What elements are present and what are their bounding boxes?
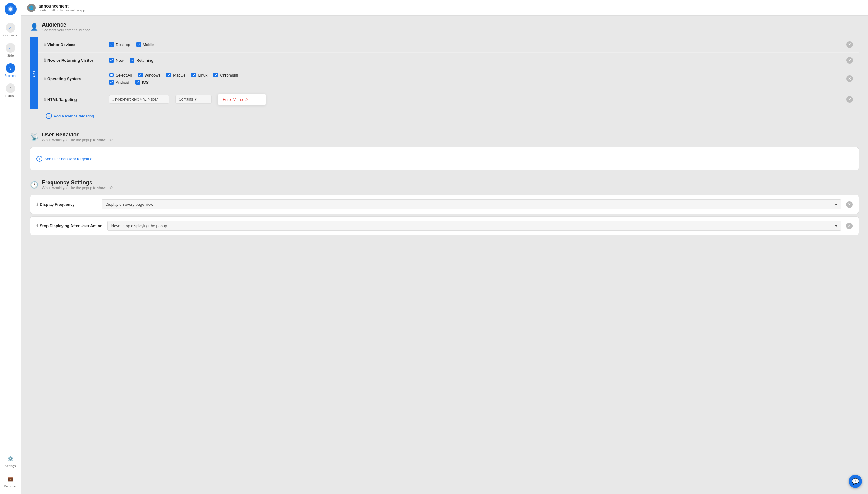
sidebar-briefcase-label: Briefcase — [4, 484, 17, 488]
os-options: Select All Windows — [109, 73, 842, 84]
new-checkbox-item[interactable]: New — [109, 58, 124, 63]
sidebar-item-segment[interactable]: 3 Segment — [0, 60, 21, 80]
user-behavior-section: 📡 User Behavior When would you like the … — [30, 132, 859, 170]
customize-icon: ✓ — [6, 23, 15, 33]
sidebar-item-customize-label: Customize — [3, 34, 17, 37]
stop-after-action-row: ℹ Stop Displaying After User Action Neve… — [30, 216, 859, 235]
mobile-checkbox[interactable] — [136, 42, 141, 47]
mobile-checkbox-item[interactable]: Mobile — [136, 42, 154, 47]
visitor-devices-label: ℹ Visitor Devices — [44, 42, 104, 47]
segment-icon: 3 — [6, 63, 15, 73]
sidebar-item-publish-label: Publish — [5, 94, 15, 98]
select-all-radio[interactable] — [109, 73, 114, 77]
windows-checkbox-item[interactable]: Windows — [138, 73, 160, 77]
sidebar-item-settings[interactable]: ⚙️ Settings — [4, 451, 17, 471]
stop-after-action-close[interactable]: ✕ — [846, 223, 853, 229]
sidebar-item-briefcase[interactable]: 💼 Briefcase — [4, 471, 17, 491]
audience-title: Audience — [42, 22, 90, 28]
os-row-2: Android IOS — [109, 80, 238, 84]
briefcase-icon: 💼 — [6, 474, 15, 483]
display-frequency-row: ℹ Display Frequency Display on every pag… — [30, 195, 859, 214]
sidebar-item-style[interactable]: ✓ Style — [0, 40, 21, 60]
html-targeting-close-button[interactable]: ✕ — [846, 96, 853, 103]
macos-checkbox-item[interactable]: MacOs — [166, 73, 185, 77]
visitor-devices-info-icon: ℹ — [44, 42, 45, 47]
os-content: Select All Windows — [109, 73, 238, 84]
site-name: announcement — [39, 4, 85, 8]
sidebar-item-customize[interactable]: ✓ Customize — [0, 20, 21, 40]
linux-checkbox[interactable] — [191, 73, 196, 77]
add-behavior-plus-icon: + — [36, 156, 42, 162]
behavior-card: + Add user behavior targeting — [30, 147, 859, 170]
html-targeting-row: ℹ HTML Targeting #index-hero-text > h1 >… — [38, 90, 859, 109]
error-icon: ⚠ — [245, 97, 248, 102]
android-checkbox[interactable] — [109, 80, 114, 84]
sidebar-item-style-label: Style — [7, 54, 14, 57]
stop-after-action-select[interactable]: Never stop displaying the popup ▾ — [107, 221, 841, 231]
site-icon: 🌐 — [27, 4, 36, 12]
ios-checkbox-item[interactable]: IOS — [135, 80, 149, 84]
chevron-down-icon: ▾ — [195, 97, 197, 101]
display-frequency-label: ℹ Display Frequency — [36, 202, 97, 207]
frequency-icon: 🕐 — [30, 181, 38, 189]
operating-system-row: ℹ Operating System Select All — [38, 69, 859, 89]
html-info-icon: ℹ — [44, 97, 45, 102]
frequency-section: 🕐 Frequency Settings When would you like… — [30, 179, 859, 235]
stop-action-info-icon: ℹ — [36, 224, 38, 228]
os-close-button[interactable]: ✕ — [846, 75, 853, 82]
new-checkbox[interactable] — [109, 58, 114, 63]
add-behavior-button[interactable]: + Add user behavior targeting — [36, 153, 853, 164]
stop-chevron-icon: ▾ — [835, 224, 837, 228]
main-content: 🌐 announcement poetic-muffin-cbc3ee.netl… — [21, 0, 868, 494]
new-returning-row: ℹ New or Returning Visitor New — [38, 53, 859, 68]
display-frequency-select[interactable]: Display on every page view ▾ — [101, 200, 841, 209]
desktop-checkbox-item[interactable]: Desktop — [109, 42, 130, 47]
ios-checkbox[interactable] — [135, 80, 140, 84]
chromium-checkbox-item[interactable]: Chromium — [214, 73, 238, 77]
sidebar-item-publish[interactable]: 4 Publish — [0, 80, 21, 101]
add-audience-targeting-button[interactable]: + Add audience targeting — [30, 109, 859, 122]
stop-after-action-label: ℹ Stop Displaying After User Action — [36, 224, 103, 228]
visitor-devices-close-button[interactable]: ✕ — [846, 41, 853, 48]
frequency-subtitle: When would you like the popup to show up… — [42, 186, 113, 190]
returning-checkbox[interactable] — [130, 58, 134, 63]
behavior-icon: 📡 — [30, 133, 38, 141]
user-behavior-header: 📡 User Behavior When would you like the … — [30, 132, 859, 142]
topbar: 🌐 announcement poetic-muffin-cbc3ee.netl… — [21, 0, 868, 16]
behavior-title: User Behavior — [42, 132, 113, 138]
site-url: poetic-muffin-cbc3ee.netlify.app — [39, 8, 85, 12]
sidebar-item-segment-label: Segment — [4, 74, 16, 77]
style-icon: ✓ — [6, 43, 15, 53]
desktop-checkbox[interactable] — [109, 42, 114, 47]
chat-button[interactable]: 💬 — [849, 475, 862, 488]
android-checkbox-item[interactable]: Android — [109, 80, 129, 84]
macos-checkbox[interactable] — [166, 73, 171, 77]
returning-checkbox-item[interactable]: Returning — [130, 58, 153, 63]
display-frequency-close[interactable]: ✕ — [846, 201, 853, 208]
new-returning-label: ℹ New or Returning Visitor — [44, 58, 104, 63]
html-selector-input[interactable]: #index-hero-text > h1 > spar — [109, 95, 169, 103]
chromium-checkbox[interactable] — [214, 73, 218, 77]
add-audience-plus-icon: + — [46, 113, 52, 119]
new-returning-close-button[interactable]: ✕ — [846, 57, 853, 63]
app-logo[interactable] — [4, 3, 17, 15]
publish-icon: 4 — [6, 83, 15, 93]
and-bar: AND — [30, 37, 38, 109]
os-info-icon: ℹ — [44, 76, 45, 81]
sidebar: ✓ Customize ✓ Style 3 Segment 4 Publish … — [0, 0, 21, 494]
html-value-input[interactable]: Enter Value ⚠ — [218, 94, 266, 105]
select-all-item[interactable]: Select All — [109, 73, 132, 77]
audience-subtitle: Segment your target audience — [42, 28, 90, 32]
html-condition-select[interactable]: Contains ▾ — [176, 95, 211, 103]
windows-checkbox[interactable] — [138, 73, 143, 77]
html-targeting-label: ℹ HTML Targeting — [44, 97, 104, 102]
sidebar-settings-label: Settings — [5, 464, 16, 468]
audience-section: 👤 Audience Segment your target audience … — [30, 22, 859, 122]
linux-checkbox-item[interactable]: Linux — [191, 73, 207, 77]
visitor-devices-options: Desktop Mobile — [109, 42, 842, 47]
behavior-subtitle: When would you like the popup to show up… — [42, 138, 113, 142]
audience-header: 👤 Audience Segment your target audience — [30, 22, 859, 32]
html-targeting-content: #index-hero-text > h1 > spar Contains ▾ … — [109, 94, 842, 105]
frequency-title: Frequency Settings — [42, 179, 113, 186]
new-returning-info-icon: ℹ — [44, 58, 45, 63]
